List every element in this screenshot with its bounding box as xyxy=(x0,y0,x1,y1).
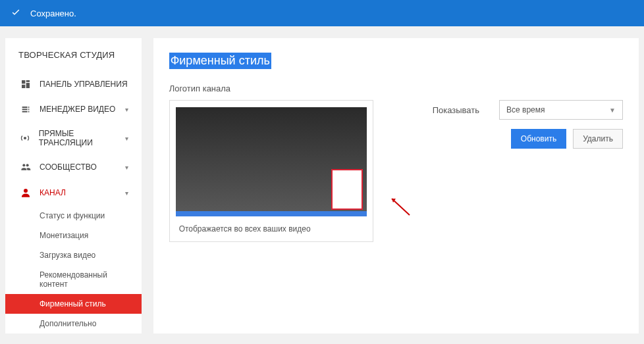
channel-subitems: Статус и функции Монетизация Загрузка ви… xyxy=(5,206,142,333)
community-icon xyxy=(18,162,33,172)
preview-card: Отображается во всех ваших видео xyxy=(169,100,373,242)
select-value: Все время xyxy=(506,105,545,114)
page-title: Фирменный стиль xyxy=(169,53,271,69)
sidebar-item-label: МЕНЕДЖЕР ВИДЕО xyxy=(40,105,115,114)
sidebar-item-video-manager[interactable]: МЕНЕДЖЕР ВИДЕО ▾ xyxy=(5,97,142,122)
delete-button[interactable]: Удалить xyxy=(573,129,623,149)
sub-item-advanced[interactable]: Дополнительно xyxy=(40,314,142,333)
sidebar-item-label: ПАНЕЛЬ УПРАВЛЕНИЯ xyxy=(40,80,128,89)
svg-point-0 xyxy=(24,137,26,139)
main-content: Фирменный стиль Логотип канала Отображае… xyxy=(153,38,639,333)
arrow-annotation xyxy=(387,192,413,221)
video-manager-icon xyxy=(18,104,33,114)
preview-caption: Отображается во всех ваших видео xyxy=(170,216,373,241)
sub-item-upload[interactable]: Загрузка видео xyxy=(40,245,142,265)
live-icon xyxy=(18,133,32,143)
sub-item-featured[interactable]: Рекомендованный контент xyxy=(40,265,142,294)
svg-point-1 xyxy=(22,164,25,166)
controls: Показывать Все время ▼ Обновить Удалить xyxy=(433,100,623,149)
sidebar-item-dashboard[interactable]: ПАНЕЛЬ УПРАВЛЕНИЯ xyxy=(5,72,142,97)
sidebar-item-live[interactable]: ПРЯМЫЕ ТРАНСЛЯЦИИ ▾ xyxy=(5,122,142,155)
sidebar-item-label: КАНАЛ xyxy=(40,188,66,197)
sidebar-item-label: СООБЩЕСТВО xyxy=(40,162,97,172)
banner-message: Сохранено. xyxy=(30,9,76,18)
chevron-down-icon: ▾ xyxy=(125,135,128,142)
sidebar-item-channel[interactable]: КАНАЛ ▾ xyxy=(5,180,142,206)
chevron-down-icon: ▾ xyxy=(125,164,128,171)
watermark-placeholder xyxy=(331,169,363,210)
sidebar-item-community[interactable]: СООБЩЕСТВО ▾ xyxy=(5,155,142,180)
sidebar: ТВОРЧЕСКАЯ СТУДИЯ ПАНЕЛЬ УПРАВЛЕНИЯ МЕНЕ… xyxy=(5,38,142,333)
section-label-logo: Логотип канала xyxy=(169,84,623,93)
video-preview xyxy=(176,107,367,216)
svg-point-2 xyxy=(26,164,29,166)
sub-item-status[interactable]: Статус и функции xyxy=(40,206,142,226)
svg-point-3 xyxy=(24,189,28,193)
display-label: Показывать xyxy=(433,105,479,115)
sidebar-title: ТВОРЧЕСКАЯ СТУДИЯ xyxy=(5,50,142,72)
sub-item-monetization[interactable]: Монетизация xyxy=(40,226,142,245)
video-progress-bar xyxy=(176,211,367,216)
update-button[interactable]: Обновить xyxy=(511,129,566,149)
dashboard-icon xyxy=(18,79,33,89)
saved-banner: Сохранено. xyxy=(0,0,644,26)
sidebar-item-label: ПРЯМЫЕ ТРАНСЛЯЦИИ xyxy=(39,129,125,147)
check-icon xyxy=(11,7,21,20)
sub-item-branding[interactable]: Фирменный стиль xyxy=(5,294,142,314)
chevron-down-icon: ▾ xyxy=(125,189,128,197)
dropdown-arrow-icon: ▼ xyxy=(609,107,616,114)
chevron-down-icon: ▾ xyxy=(125,106,128,113)
display-timing-select[interactable]: Все время ▼ xyxy=(499,100,623,120)
person-icon xyxy=(18,187,33,199)
